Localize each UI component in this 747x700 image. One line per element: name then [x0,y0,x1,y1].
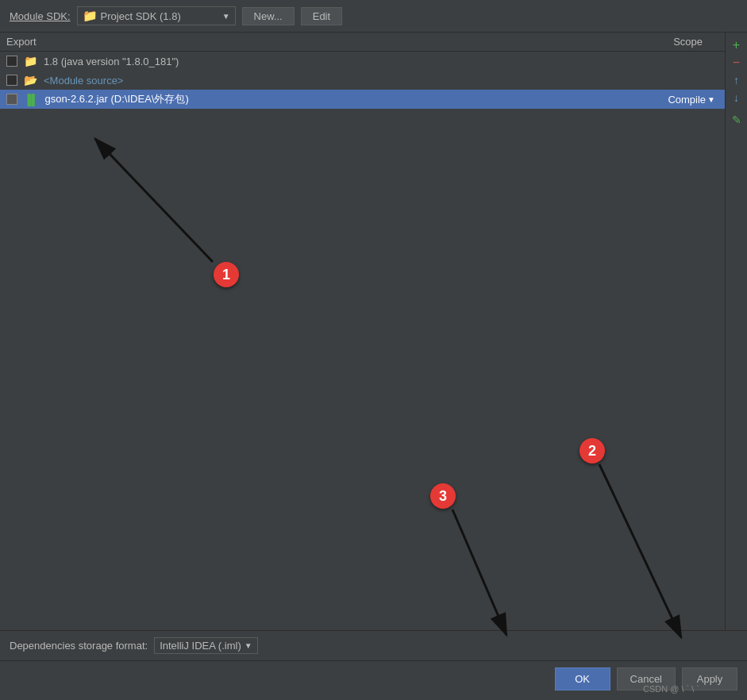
sdk-dropdown-arrow: ▼ [222,12,230,21]
row-checkbox[interactable] [6,75,17,86]
module-sdk-label: Module SDK: [10,10,71,22]
row-checkbox[interactable] [6,94,17,105]
remove-button[interactable]: − [729,55,745,71]
table-area: Export Scope 📁 1.8 (java version "1.8.0_… [0,33,725,630]
bottom-bar: Dependencies storage format: IntelliJ ID… [0,630,747,660]
move-down-button[interactable]: ↓ [729,90,745,106]
table-header: Export Scope [0,33,725,52]
cancel-button[interactable]: Cancel [617,667,676,690]
sidebar-buttons: + − ↑ ↓ ✎ [725,33,747,630]
button-area: OK Cancel Apply [0,660,747,700]
row-checkbox[interactable] [6,56,17,67]
table-body: 📁 1.8 (java version "1.8.0_181") 📂 <Modu… [0,52,725,630]
sdk-dropdown[interactable]: 📁 Project SDK (1.8) ▼ [77,6,236,25]
table-row[interactable]: 📁 1.8 (java version "1.8.0_181") [0,52,725,71]
table-row[interactable]: 📂 <Module source> [0,71,725,90]
row-label: 1.8 (java version "1.8.0_181") [44,56,718,67]
table-row[interactable]: ▐▌ gson-2.6.2.jar (D:\IDEA\外存包) Compile … [0,90,725,109]
row-label: <Module source> [44,75,718,87]
add-button[interactable]: + [729,37,745,53]
top-bar: Module SDK: 📁 Project SDK (1.8) ▼ New...… [0,0,747,33]
edit-sdk-button[interactable]: Edit [301,7,342,25]
scope-dropdown-arrow[interactable]: ▼ [707,95,715,104]
sdk-value: Project SDK (1.8) [101,10,219,22]
dep-format-arrow: ▼ [245,641,252,650]
edit-button[interactable]: ✎ [729,112,745,128]
row-label: gson-2.6.2.jar (D:\IDEA\外存包) [44,92,664,106]
dep-format-dropdown[interactable]: IntelliJ IDEA (.iml) ▼ [154,637,257,654]
folder-open-icon: 📂 [24,74,37,87]
col-header-export: Export [6,36,62,48]
new-sdk-button[interactable]: New... [242,7,295,25]
folder-icon: 📁 [24,55,37,67]
main-content: Export Scope 📁 1.8 (java version "1.8.0_… [0,33,747,630]
ok-button[interactable]: OK [555,667,610,690]
apply-button[interactable]: Apply [682,667,737,690]
dialog-container: Module SDK: 📁 Project SDK (1.8) ▼ New...… [0,0,747,700]
jar-icon: ▐▌ [24,94,38,106]
col-header-scope: Scope [673,36,703,48]
row-scope: Compile ▼ [668,94,715,106]
dep-format-label: Dependencies storage format: [10,640,148,652]
move-up-button[interactable]: ↑ [729,72,745,88]
folder-icon: 📁 [83,9,98,23]
scope-label: Compile [668,94,706,106]
dep-format-value: IntelliJ IDEA (.iml) [160,640,241,652]
